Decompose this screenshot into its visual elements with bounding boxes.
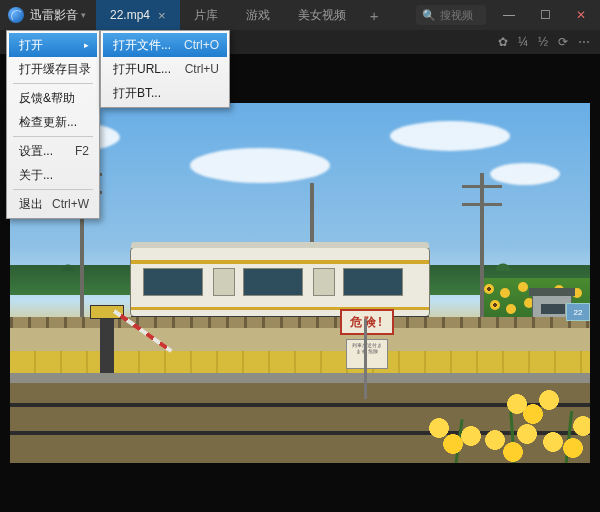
menu-item-open-cache[interactable]: 打开缓存目录	[9, 57, 97, 81]
menu-item-exit[interactable]: 退出 Ctrl+W	[9, 192, 97, 216]
tab-label: 游戏	[246, 7, 270, 24]
menu-item-feedback[interactable]: 反馈&帮助	[9, 86, 97, 110]
menu-separator	[13, 136, 93, 137]
app-logo-icon	[8, 7, 24, 23]
menu-item-settings[interactable]: 设置... F2	[9, 139, 97, 163]
app-title-text: 迅雷影音	[30, 7, 78, 24]
open-folder-icon[interactable]: ✿	[498, 35, 508, 49]
tab-strip: 22.mp4 × 片库 游戏 美女视频 +	[96, 0, 388, 30]
cloud-icon	[390, 121, 510, 151]
maximize-button[interactable]: ☐	[532, 0, 558, 30]
tab-close-icon[interactable]: ×	[158, 8, 166, 23]
scene-crossing-post	[100, 313, 114, 373]
tab-videos[interactable]: 美女视频	[284, 0, 360, 30]
menu-shortcut: Ctrl+O	[184, 38, 219, 52]
chevron-down-icon: ▾	[81, 10, 86, 20]
menu-shortcut: F2	[75, 144, 89, 158]
tab-label: 片库	[194, 7, 218, 24]
menu-item-label: 反馈&帮助	[19, 90, 75, 107]
tab-label: 22.mp4	[110, 8, 150, 22]
search-placeholder: 搜视频	[440, 8, 473, 23]
menu-item-about[interactable]: 关于...	[9, 163, 97, 187]
more-icon[interactable]: ⋯	[578, 35, 590, 49]
menu-item-label: 打开缓存目录	[19, 61, 91, 78]
scene-pole	[480, 173, 484, 333]
menu-item-label: 打开	[19, 37, 43, 54]
menu-item-open-url[interactable]: 打开URL... Ctrl+U	[103, 57, 227, 81]
menu-separator	[13, 83, 93, 84]
search-input[interactable]: 🔍 搜视频	[416, 5, 486, 25]
scene-foreground-flowers	[350, 351, 590, 463]
tab-current-file[interactable]: 22.mp4 ×	[96, 0, 180, 30]
scene-train	[130, 247, 430, 317]
main-menu: 打开 ▸ 打开缓存目录 反馈&帮助 检查更新... 设置... F2 关于...…	[6, 30, 100, 219]
tab-games[interactable]: 游戏	[232, 0, 284, 30]
loop-icon[interactable]: ⟳	[558, 35, 568, 49]
menu-item-label: 退出	[19, 196, 43, 213]
open-submenu: 打开文件... Ctrl+O 打开URL... Ctrl+U 打开BT...	[100, 30, 230, 108]
menu-item-label: 设置...	[19, 143, 53, 160]
menu-item-open-bt[interactable]: 打开BT...	[103, 81, 227, 105]
cloud-icon	[490, 163, 560, 185]
menu-shortcut: Ctrl+W	[52, 197, 89, 211]
cloud-icon	[190, 148, 330, 183]
tab-add-button[interactable]: +	[360, 0, 389, 30]
menu-item-label: 打开BT...	[113, 85, 161, 102]
tab-label: 美女视频	[298, 7, 346, 24]
menu-shortcut: Ctrl+U	[185, 62, 219, 76]
search-icon: 🔍	[422, 9, 436, 22]
menu-item-open[interactable]: 打开 ▸	[9, 33, 97, 57]
tab-library[interactable]: 片库	[180, 0, 232, 30]
ratio-half-button[interactable]: ½	[538, 35, 548, 49]
title-right: 🔍 搜视频 — ☐ ✕	[416, 0, 600, 30]
close-button[interactable]: ✕	[568, 0, 594, 30]
app-title[interactable]: 迅雷影音 ▾	[30, 7, 86, 24]
ratio-quarter-button[interactable]: ¼	[518, 35, 528, 49]
title-bar: 迅雷影音 ▾ 22.mp4 × 片库 游戏 美女视频 + 🔍 搜视频 — ☐ ✕	[0, 0, 600, 30]
menu-item-label: 打开URL...	[113, 61, 171, 78]
submenu-arrow-icon: ▸	[84, 40, 89, 50]
menu-item-label: 关于...	[19, 167, 53, 184]
menu-item-label: 打开文件...	[113, 37, 171, 54]
playlist-thumbnail[interactable]: 22	[566, 303, 590, 321]
scene-danger-sign: 危険!	[340, 309, 394, 335]
menu-item-label: 检查更新...	[19, 114, 77, 131]
menu-item-update[interactable]: 检查更新...	[9, 110, 97, 134]
minimize-button[interactable]: —	[496, 0, 522, 30]
menu-item-open-file[interactable]: 打开文件... Ctrl+O	[103, 33, 227, 57]
menu-separator	[13, 189, 93, 190]
